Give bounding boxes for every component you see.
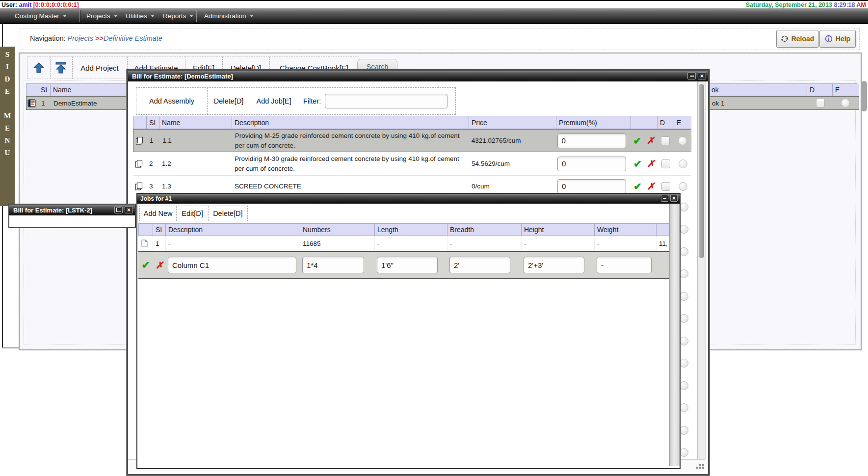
close-icon[interactable]: × [698, 72, 706, 79]
chevron-down-icon [114, 15, 118, 17]
delete-button[interactable]: Delete[D] [209, 206, 247, 221]
lstk-title: Bill for Estimate: [LSTK-2] [13, 207, 92, 214]
menu-item-costing-master[interactable]: Costing Master [15, 8, 67, 24]
edit-radio[interactable] [679, 182, 687, 191]
edit-radio[interactable] [680, 381, 688, 390]
length-input[interactable] [377, 257, 438, 273]
e-column-header: E [674, 116, 691, 129]
premium-input[interactable] [557, 179, 626, 194]
menu-item-reports[interactable]: Reports [163, 8, 193, 24]
bill-row-2[interactable]: 2 1.2 Providing M-30 grade reinforced ce… [133, 152, 691, 176]
edit-numbers-cell [300, 252, 375, 278]
filter-input[interactable] [325, 94, 447, 108]
user-ip: [0:0:0:0:0:0:0:1] [33, 1, 79, 8]
edit-radio[interactable] [680, 314, 688, 323]
edit-radio[interactable] [680, 247, 688, 256]
numbers-column-header: Numbers [300, 223, 375, 236]
screen: User: amit [0:0:0:0:0:0:0:1] Saturday, S… [0, 0, 868, 476]
edit-radio[interactable] [679, 159, 687, 168]
jobs-window-vscrollbar[interactable] [669, 204, 680, 466]
side-menu-letter: M [0, 112, 15, 120]
breadth-input[interactable] [449, 257, 510, 273]
edit-button[interactable]: Edit[D] [177, 206, 208, 221]
move-up-button[interactable] [27, 56, 51, 79]
minimize-icon[interactable] [687, 72, 696, 79]
username: amit [19, 1, 31, 8]
edit-radio[interactable] [678, 136, 687, 145]
row-icon-cell [133, 130, 147, 152]
reload-button[interactable]: Reload [776, 30, 818, 48]
side-menu[interactable]: S I D E M E N U [0, 47, 15, 206]
row-e-cell [833, 97, 858, 109]
close-icon[interactable]: × [125, 206, 133, 213]
restore-icon[interactable] [114, 206, 123, 213]
edit-radio[interactable] [680, 426, 688, 435]
add-job-button[interactable]: Add Job[E] [250, 88, 297, 114]
bill-row-1[interactable]: 1 1.1 Providing M-25 grade reinforced ce… [133, 129, 691, 152]
premium-input[interactable] [557, 157, 626, 171]
breadcrumb-definitive-estimate[interactable]: Definitive Estimate [104, 34, 162, 42]
side-menu-letter: I [0, 63, 15, 71]
add-assembly-button[interactable]: Add Assembly [136, 88, 208, 114]
add-job-label: Add Job[E] [257, 97, 291, 105]
weight-input[interactable] [597, 257, 652, 273]
menu-item-projects[interactable]: Projects [86, 8, 118, 24]
height-input[interactable] [524, 257, 584, 273]
row-price-cell: 54.5629/cum [469, 152, 556, 175]
menu-item-administration[interactable]: Administration [204, 8, 254, 24]
bill-dialog-vscrollbar[interactable] [697, 81, 706, 459]
minimize-icon[interactable] [661, 195, 668, 202]
description-input[interactable] [168, 257, 296, 273]
edit-radio[interactable] [680, 359, 688, 368]
red-x-icon[interactable]: ✗ [153, 252, 166, 278]
side-menu-letter: E [0, 87, 15, 96]
delete-button[interactable]: Delete[D] [208, 88, 250, 114]
edit-radio[interactable] [680, 337, 688, 345]
row-e-cell [674, 130, 691, 152]
edit-radio[interactable] [680, 225, 688, 234]
notebook-icon [27, 99, 36, 107]
edit-radio[interactable] [841, 99, 850, 107]
row-costbook-cell: ok 1 [710, 97, 808, 109]
description-column-header: Description [166, 223, 300, 236]
menu-item-label: Projects [86, 12, 110, 20]
menu-item-utilities[interactable]: Utilities [126, 8, 155, 24]
edit-radio[interactable] [680, 403, 688, 412]
resize-grip[interactable] [699, 464, 701, 466]
green-check-icon[interactable]: ✔ [631, 152, 644, 175]
chevron-down-icon [189, 15, 193, 17]
delete-checkbox[interactable] [661, 159, 670, 168]
delete-checkbox[interactable] [816, 99, 825, 107]
row-icon-cell [138, 236, 153, 251]
red-x-icon[interactable]: ✗ [644, 130, 657, 152]
move-to-top-button[interactable] [50, 56, 73, 79]
lstk-titlebar[interactable]: Bill for Estimate: [LSTK-2] × [9, 205, 135, 215]
current-date: Saturday, September 21, 2013 [746, 1, 832, 8]
numbers-input[interactable] [302, 257, 364, 273]
side-menu-letter: U [0, 149, 15, 157]
green-check-icon[interactable]: ✔ [631, 130, 644, 152]
green-check-icon[interactable]: ✔ [138, 252, 153, 278]
row-si-cell: 1 [147, 130, 160, 152]
help-button[interactable]: Help [819, 30, 856, 48]
red-x-icon[interactable]: ✗ [644, 152, 658, 175]
delete-checkbox[interactable] [661, 136, 670, 145]
breadcrumb-projects[interactable]: Projects [68, 34, 93, 42]
edit-radio[interactable] [680, 269, 688, 278]
bill-dialog-titlebar[interactable]: Bill for Estimate: [DemoEstimate] × [128, 71, 708, 81]
edit-radio[interactable] [680, 448, 688, 457]
page-scrollbar-thumb[interactable] [861, 81, 867, 111]
row-name-cell: 1.2 [159, 152, 232, 175]
close-icon[interactable]: × [670, 195, 678, 202]
premium-input[interactable] [557, 133, 626, 148]
bill-dialog-vscrollbar-thumb[interactable] [699, 84, 704, 258]
edit-radio[interactable] [680, 292, 688, 301]
add-project-button[interactable]: Add Project [72, 56, 128, 79]
job-row-1[interactable]: 1 - 11685 - - - - 11, [138, 236, 669, 251]
add-new-button[interactable]: Add New [140, 206, 177, 221]
icon-column-header [133, 116, 147, 129]
edit-radio[interactable] [680, 203, 688, 212]
delete-checkbox[interactable] [661, 182, 670, 191]
jobs-window-titlebar[interactable]: Jobs for #1 × [137, 194, 680, 204]
user-label: User: [1, 1, 17, 8]
